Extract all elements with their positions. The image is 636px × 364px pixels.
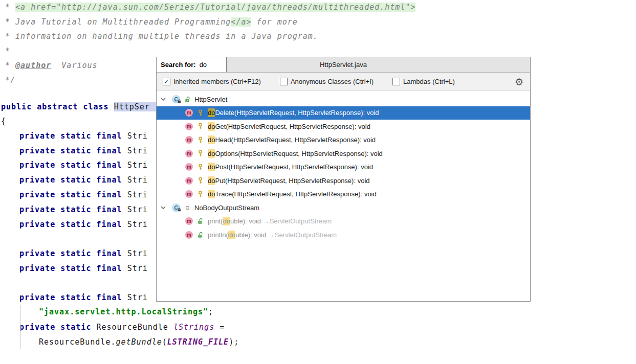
search-match-highlight: do: [208, 135, 215, 144]
search-match-highlight: do: [228, 231, 235, 239]
code-segment: for more: [251, 17, 297, 27]
code-segment: );: [229, 337, 239, 347]
code-segment: */: [5, 76, 15, 85]
code-segment: Stri: [127, 161, 148, 170]
protected-key-icon: [197, 164, 203, 171]
search-box[interactable]: Search for: do: [157, 57, 227, 72]
protected-key-icon: [197, 150, 203, 157]
chevron-down-icon[interactable]: [160, 97, 166, 101]
tree-row-doPost[interactable]: mdoPost(HttpServletRequest, HttpServletR…: [157, 161, 530, 174]
structure-tree: CHttpServletmdoDelete(HttpServletRequest…: [157, 91, 530, 242]
code-segment: Stri: [127, 205, 148, 214]
filter-checkbox-anonymous[interactable]: ✓Anonymous Classes (Ctrl+I): [280, 78, 374, 85]
package-private-icon: [184, 206, 190, 210]
code-segment: @author: [15, 61, 51, 70]
code-segment: private static final: [19, 293, 127, 302]
tree-row-doPut[interactable]: mdoPut(HttpServletRequest, HttpServletRe…: [157, 174, 530, 188]
method-icon: m: [185, 163, 193, 171]
code-line[interactable]: private static final Stri: [19, 263, 148, 274]
settings-gear-icon[interactable]: ⚙: [515, 77, 523, 86]
search-match-highlight: do: [208, 176, 215, 185]
code-segment: private static final: [19, 264, 127, 273]
tree-row-HttpServlet[interactable]: CHttpServlet: [157, 93, 530, 106]
code-line[interactable]: */: [5, 75, 15, 85]
search-label: Search for:: [161, 61, 196, 69]
code-line[interactable]: * @author Various: [5, 60, 98, 71]
code-line[interactable]: * Java Tutorial on Multithreaded Program…: [5, 17, 298, 27]
code-segment: private static final: [19, 190, 127, 199]
code-segment: *: [5, 47, 10, 56]
method-icon: m: [185, 177, 193, 185]
tree-row-doDelete[interactable]: mdoDelete(HttpServletRequest, HttpServle…: [157, 106, 530, 120]
code-line[interactable]: private static final Stri: [19, 146, 148, 156]
checkbox-unchecked-icon[interactable]: ✓: [392, 78, 400, 85]
code-segment: <a href="http://java.sun.com/Series/Tuto…: [15, 3, 415, 12]
class-name-label: NoBodyOutputStream: [194, 204, 259, 212]
class-name-label: HttpServlet: [194, 96, 227, 103]
lock-badge-icon: [178, 99, 181, 104]
code-line[interactable]: private static ResourceBundle lStrings =: [19, 322, 225, 332]
tree-row-print[interactable]: mprint(double): void →ServletOutputStrea…: [157, 215, 530, 229]
filter-label: Lambdas (Ctrl+L): [403, 78, 455, 85]
code-line[interactable]: private static final Stri: [19, 131, 148, 141]
code-line[interactable]: *: [5, 46, 10, 56]
code-line[interactable]: * information on handling multiple threa…: [5, 31, 318, 41]
code-line[interactable]: private static final Stri: [19, 219, 148, 230]
method-icon: m: [185, 109, 193, 117]
defined-in-reference: →ServletOutputStream: [263, 217, 332, 225]
tree-row-NoBodyOutputStream[interactable]: CNoBodyOutputStream: [157, 201, 530, 215]
method-signature: doPut(HttpServletRequest, HttpServletRes…: [208, 177, 370, 185]
protected-key-icon: [197, 191, 203, 198]
tree-row-doOptions[interactable]: mdoOptions(HttpServletRequest, HttpServl…: [157, 147, 530, 161]
code-segment: Stri: [127, 190, 148, 199]
code-line[interactable]: private static final Stri: [19, 292, 148, 303]
code-segment: Stri: [127, 293, 148, 302]
code-segment: private static final: [19, 131, 127, 141]
popup-toolbar: ✓Inherited members (Ctrl+F12)✓Anonymous …: [157, 73, 530, 91]
code-line[interactable]: private static final Stri: [19, 160, 148, 170]
code-segment: Various: [51, 61, 97, 70]
code-segment: private static final: [19, 146, 127, 155]
checkbox-checked-icon[interactable]: ✓: [163, 78, 170, 85]
code-line[interactable]: ResourceBundle.getBundle(LSTRING_FILE);: [39, 337, 239, 347]
code-segment: HttpSer: [114, 102, 157, 111]
public-open-lock-icon: [197, 218, 203, 224]
tree-row-doTrace[interactable]: mdoTrace(HttpServletRequest, HttpServlet…: [157, 188, 530, 201]
code-segment: lStrings: [173, 323, 214, 332]
filter-checkbox-lambdas[interactable]: ✓Lambdas (Ctrl+L): [392, 78, 455, 85]
code-line[interactable]: {: [1, 116, 6, 126]
code-line[interactable]: "javax.servlet.http.LocalStrings";: [39, 307, 213, 317]
protected-key-icon: [197, 136, 203, 144]
code-segment: *: [5, 61, 15, 70]
defined-in-reference: →ServletOutputStream: [268, 231, 337, 239]
code-line[interactable]: * <a href="http://java.sun.com/Series/Tu…: [5, 2, 415, 12]
code-line[interactable]: private static final Stri: [19, 190, 148, 200]
chevron-down-icon[interactable]: [160, 206, 166, 210]
code-segment: *: [5, 3, 15, 12]
search-input[interactable]: do: [200, 61, 207, 69]
method-signature: doGet(HttpServletRequest, HttpServletRes…: [208, 123, 370, 130]
code-segment: ResourceBundle.: [39, 337, 116, 347]
filter-label: Anonymous Classes (Ctrl+I): [291, 78, 374, 85]
code-line[interactable]: public abstract class HttpSer: [1, 102, 157, 112]
checkbox-unchecked-icon[interactable]: ✓: [280, 78, 288, 85]
tree-row-println[interactable]: mprintln(double): void →ServletOutputStr…: [157, 228, 530, 242]
code-segment: private static: [19, 323, 96, 332]
code-segment: Stri: [127, 249, 148, 258]
filter-checkbox-inherited[interactable]: ✓Inherited members (Ctrl+F12): [163, 78, 261, 85]
code-segment: private static final: [19, 220, 127, 229]
code-line[interactable]: private static final Stri: [19, 175, 148, 185]
code-segment: private static final: [19, 249, 127, 258]
code-segment: ;: [208, 307, 213, 316]
search-match-highlight: do: [208, 163, 215, 171]
code-line[interactable]: private static final Stri: [19, 248, 148, 259]
code-segment: public abstract class: [1, 102, 114, 111]
search-match-highlight: do: [208, 149, 215, 158]
code-line[interactable]: private static final Stri: [19, 204, 148, 215]
search-match-highlight: do: [208, 108, 215, 117]
method-icon: m: [185, 150, 193, 157]
tree-row-doGet[interactable]: mdoGet(HttpServletRequest, HttpServletRe…: [157, 120, 530, 133]
protected-key-icon: [197, 123, 203, 130]
tree-row-doHead[interactable]: mdoHead(HttpServletRequest, HttpServletR…: [157, 133, 530, 147]
file-structure-popup: HttpServlet.java Search for: do ✓Inherit…: [156, 57, 531, 302]
